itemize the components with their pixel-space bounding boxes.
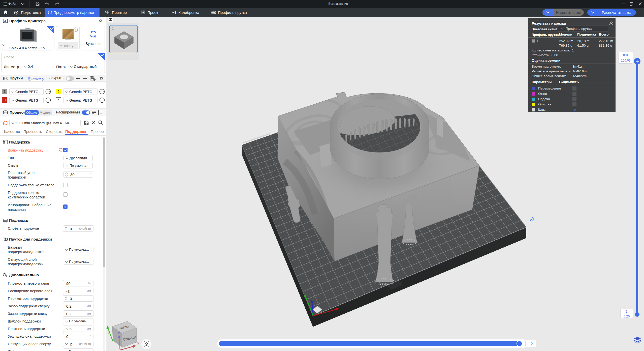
svg-text:z: z bbox=[118, 331, 120, 335]
svg-text:i: i bbox=[75, 28, 76, 31]
svg-text:y: y bbox=[108, 329, 110, 334]
svg-text:01: 01 bbox=[529, 216, 536, 223]
svg-text:x: x bbox=[137, 341, 139, 345]
